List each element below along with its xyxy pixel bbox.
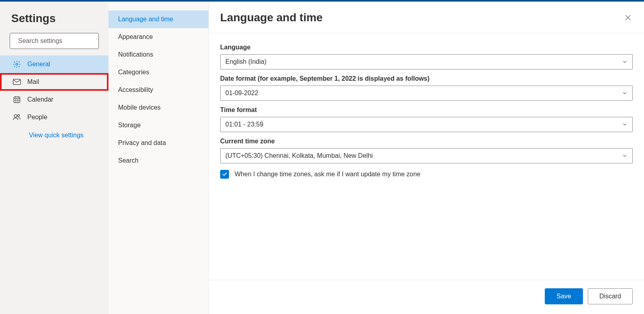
chevron-down-icon	[622, 90, 628, 96]
select-time-format-value: 01:01 - 23:59	[225, 121, 263, 128]
select-date-format[interactable]: 01-09-2022	[220, 86, 633, 101]
svg-rect-4	[14, 97, 20, 102]
svg-point-2	[16, 63, 18, 65]
chevron-down-icon	[622, 122, 628, 127]
checkbox-label-timezone-prompt: When I change time zones, ask me if I wa…	[235, 171, 420, 178]
search-input[interactable]	[18, 37, 98, 45]
checkbox-row-timezone-prompt: When I change time zones, ask me if I wa…	[220, 170, 633, 179]
svg-point-11	[14, 114, 17, 117]
sidebar-item-mail[interactable]: Mail	[0, 73, 108, 91]
sidebar-item-calendar[interactable]: Calendar	[0, 91, 108, 108]
mail-icon	[13, 78, 21, 86]
label-language: Language	[220, 44, 633, 51]
page-title: Language and time	[220, 11, 323, 24]
select-time-format[interactable]: 01:01 - 23:59	[220, 117, 633, 132]
sidebar-item-label: Mail	[27, 78, 39, 86]
discard-button[interactable]: Discard	[588, 288, 633, 304]
subitem-privacy-and-data[interactable]: Privacy and data	[108, 134, 209, 152]
close-icon	[624, 14, 632, 21]
field-date-format: Date format (for example, September 1, 2…	[220, 75, 633, 101]
people-icon	[13, 113, 21, 121]
field-language: Language English (India)	[220, 44, 633, 69]
subsettings-sidebar: Language and time Appearance Notificatio…	[108, 2, 209, 314]
settings-nav-list: General Mail	[0, 55, 108, 126]
subsettings-list: Language and time Appearance Notificatio…	[108, 10, 209, 169]
chevron-down-icon	[622, 59, 628, 65]
chevron-down-icon	[622, 153, 628, 159]
checkmark-icon	[222, 171, 227, 177]
settings-title: Settings	[0, 12, 108, 33]
select-time-zone[interactable]: (UTC+05:30) Chennai, Kolkata, Mumbai, Ne…	[220, 148, 633, 163]
svg-rect-3	[13, 79, 20, 84]
checkbox-timezone-prompt[interactable]	[220, 170, 229, 179]
sidebar-item-label: Calendar	[27, 96, 53, 103]
settings-layout: Settings General	[0, 2, 644, 314]
content-header: Language and time	[209, 2, 644, 33]
subitem-language-and-time[interactable]: Language and time	[108, 10, 209, 28]
label-time-zone: Current time zone	[220, 138, 633, 145]
subitem-accessibility[interactable]: Accessibility	[108, 81, 209, 99]
subitem-mobile-devices[interactable]: Mobile devices	[108, 99, 209, 116]
sidebar-item-label: General	[27, 61, 50, 68]
subitem-notifications[interactable]: Notifications	[108, 46, 209, 63]
settings-sidebar: Settings General	[0, 2, 108, 314]
save-button[interactable]: Save	[545, 288, 583, 304]
close-button[interactable]	[623, 13, 633, 22]
gear-icon	[13, 60, 21, 68]
search-container	[0, 33, 108, 55]
subitem-categories[interactable]: Categories	[108, 63, 209, 81]
select-language-value: English (India)	[225, 58, 266, 65]
search-box[interactable]	[10, 33, 99, 49]
field-time-format: Time format 01:01 - 23:59	[220, 106, 633, 132]
svg-point-12	[18, 114, 20, 116]
content-panel: Language and time Language English (Indi…	[209, 2, 644, 314]
subitem-search[interactable]: Search	[108, 152, 209, 169]
sidebar-item-people[interactable]: People	[0, 108, 108, 126]
sidebar-item-general[interactable]: General	[0, 55, 108, 73]
content-body: Language English (India) Date format (fo…	[209, 33, 644, 280]
label-date-format: Date format (for example, September 1, 2…	[220, 75, 633, 82]
select-language[interactable]: English (India)	[220, 54, 633, 69]
view-quick-settings-link[interactable]: View quick settings	[0, 126, 108, 139]
select-date-format-value: 01-09-2022	[225, 90, 258, 97]
subitem-appearance[interactable]: Appearance	[108, 28, 209, 46]
content-footer: Save Discard	[209, 280, 644, 314]
field-time-zone: Current time zone (UTC+05:30) Chennai, K…	[220, 138, 633, 163]
select-time-zone-value: (UTC+05:30) Chennai, Kolkata, Mumbai, Ne…	[225, 152, 373, 159]
label-time-format: Time format	[220, 106, 633, 114]
sidebar-item-label: People	[27, 114, 47, 121]
subitem-storage[interactable]: Storage	[108, 116, 209, 134]
calendar-icon	[13, 96, 21, 104]
